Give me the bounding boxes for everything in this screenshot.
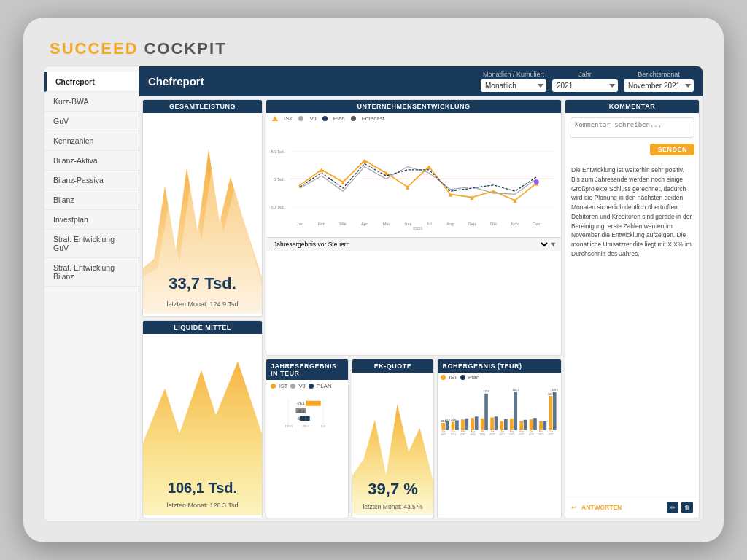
sidebar-item-guv[interactable]: GuV	[44, 112, 139, 131]
gesamtleistung-value: 33,7 Tsd.	[143, 274, 262, 293]
svg-rect-59	[500, 421, 504, 430]
bottom-middle: JAHRESERGEBNIS IN TEUR IST VJ PLAN	[266, 359, 562, 518]
monatlich-select[interactable]: Monatlich Kumuliert	[481, 79, 546, 92]
antworten-link[interactable]: ANTWORTEN	[581, 504, 622, 511]
svg-text:2021: 2021	[500, 433, 506, 436]
svg-rect-51	[462, 419, 465, 430]
svg-text:Mär: Mär	[339, 222, 347, 226]
svg-rect-68	[543, 421, 547, 430]
svg-text:0 Tsd.: 0 Tsd.	[274, 177, 285, 182]
berichtsmonat-control: Berichtsmonat November 2021 Oktober 2021	[624, 71, 694, 92]
kommentar-header: KOMMENTAR	[565, 100, 699, 113]
vj-legend-label: VJ	[309, 115, 316, 122]
svg-rect-67	[540, 421, 543, 430]
svg-text:132.9: 132.9	[548, 393, 554, 396]
rohergebnis-plan-label: Plan	[468, 374, 479, 381]
vj-legend-icon	[298, 116, 303, 121]
jahr-select[interactable]: 2021 2020	[552, 79, 618, 92]
top-bar: Chefreport Monatlich / Kumuliert Monatli…	[139, 66, 703, 96]
device-frame: SUCCEED COCKPIT ChefreportKurz-BWAGuVKen…	[23, 18, 724, 542]
kommentar-text: Die Entwicklung ist weiterhin sehr posit…	[565, 160, 699, 497]
svg-marker-15	[427, 165, 431, 169]
sidebar-item-bilanz-aktiva[interactable]: Bilanz-Aktiva	[44, 151, 139, 171]
logo-succeed: SUCCEED	[50, 39, 139, 58]
plan-legend-icon	[322, 116, 328, 121]
svg-text:Jul: Jul	[426, 222, 432, 226]
svg-text:Apr: Apr	[361, 222, 368, 226]
svg-rect-63	[520, 421, 524, 430]
liquide-panel: LIQUIDE MITTEL	[142, 320, 263, 518]
senden-button[interactable]: SENDEN	[650, 144, 694, 155]
svg-text:-50 Tsd.: -50 Tsd.	[269, 205, 285, 209]
ist-legend-icon	[272, 116, 278, 121]
svg-text:2021: 2021	[519, 433, 525, 436]
svg-text:2021: 2021	[451, 433, 457, 436]
sidebar-item-strat--entwicklung-guv[interactable]: Strat. Entwicklung GuV	[44, 230, 139, 258]
svg-text:Mai: Mai	[382, 222, 389, 226]
page-title: Chefreport	[148, 75, 473, 88]
chevron-down-icon: ▼	[550, 241, 557, 248]
berichtsmonat-select[interactable]: November 2021 Oktober 2021	[624, 79, 694, 92]
kommentar-input[interactable]	[570, 117, 694, 138]
svg-text:Feb: Feb	[318, 222, 326, 226]
svg-text:-76.1: -76.1	[297, 402, 305, 405]
svg-text:Jun: Jun	[404, 222, 411, 226]
sidebar-item-strat--entwicklung-bilanz[interactable]: Strat. Entwicklung Bilanz	[44, 258, 139, 287]
chart-dropdown-row: Jahresergebnis vor Steuern ▼	[266, 237, 561, 251]
liquide-sub: letzten Monat: 126.3 Tsd	[143, 502, 262, 509]
jahresergebnis-plan-label: PLAN	[317, 383, 332, 389]
svg-rect-53	[471, 418, 475, 430]
kommentar-panel: KOMMENTAR SENDEN Die Entwicklung ist wei…	[565, 99, 700, 518]
rohergebnis-ist-dot	[441, 375, 446, 380]
svg-rect-57	[491, 418, 495, 430]
svg-rect-55	[481, 419, 484, 430]
chart-dropdown[interactable]: Jahresergebnis vor Steuern	[271, 240, 550, 249]
jahresergebnis-chart-svg: -76.1 -95.4 -54.2	[271, 392, 344, 435]
unternehmen-header: UNTERNEHMENSENTWICKLUNG	[266, 100, 561, 113]
arrow-icon: ↩	[571, 504, 577, 511]
app-header: SUCCEED COCKPIT	[44, 39, 703, 58]
svg-text:Okt: Okt	[490, 222, 498, 226]
rohergebnis-plan-dot	[460, 375, 465, 380]
monatlich-control: Monatlich / Kumuliert Monatlich Kumulier…	[481, 71, 546, 92]
svg-text:50 Tsd.: 50 Tsd.	[271, 149, 285, 154]
sidebar-item-investplan[interactable]: Investplan	[44, 210, 139, 230]
delete-icon[interactable]: 🗑	[681, 502, 693, 513]
forecast-legend-label: Forecast	[362, 115, 384, 122]
svg-text:159.6: 159.6	[552, 389, 558, 392]
monatlich-label: Monatlich / Kumuliert	[483, 71, 544, 78]
sidebar-item-chefreport[interactable]: Chefreport	[44, 72, 139, 92]
kommentar-action-icons: ✏ 🗑	[667, 502, 693, 513]
unternehmen-panel: UNTERNEHMENSENTWICKLUNG IST VJ Plan Fore…	[266, 99, 562, 356]
svg-text:2021: 2021	[460, 433, 466, 436]
rohergebnis-header: ROHERGEBNIS (TEUR)	[438, 359, 561, 373]
sidebar-item-kurz-bwa[interactable]: Kurz-BWA	[44, 92, 139, 112]
svg-text:2021: 2021	[490, 433, 496, 436]
liquide-header: LIQUIDE MITTEL	[143, 321, 262, 334]
jahresergebnis-header: JAHRESERGEBNIS IN TEUR	[266, 359, 348, 380]
svg-text:24.9: 24.9	[446, 419, 451, 421]
gesamtleistung-panel: GESAMTLEISTUNG	[142, 99, 263, 317]
rohergebnis-ist-label: IST	[449, 374, 457, 381]
edit-icon[interactable]: ✏	[667, 502, 678, 513]
sidebar-item-bilanz-passiva[interactable]: Bilanz-Passiva	[44, 171, 139, 190]
jahresergebnis-panel: JAHRESERGEBNIS IN TEUR IST VJ PLAN	[266, 359, 349, 518]
sidebar-item-kennzahlen[interactable]: Kennzahlen	[44, 131, 139, 151]
svg-rect-66	[534, 418, 538, 430]
svg-text:Aug: Aug	[446, 222, 454, 226]
svg-text:2021: 2021	[509, 433, 515, 436]
top-bar-controls: Monatlich / Kumuliert Monatlich Kumulier…	[481, 71, 694, 92]
sidebar-item-bilanz[interactable]: Bilanz	[44, 190, 139, 210]
svg-text:2021: 2021	[413, 226, 422, 230]
svg-rect-70	[553, 392, 557, 430]
svg-rect-64	[524, 420, 527, 430]
kommentar-footer: ↩ ANTWORTEN ✏ 🗑	[565, 497, 699, 518]
svg-rect-49	[452, 422, 455, 430]
svg-text:2021: 2021	[480, 433, 486, 436]
unternehmen-chart-svg: 50 Tsd. 0 Tsd. -50 Tsd.	[266, 124, 561, 237]
svg-rect-61	[510, 419, 514, 430]
jahresergebnis-vj-label: VJ	[298, 383, 305, 389]
logo-cockpit: COCKPIT	[144, 39, 227, 58]
ekquote-value: 39,7 %	[352, 480, 434, 499]
left-column: GESAMTLEISTUNG	[142, 99, 263, 518]
